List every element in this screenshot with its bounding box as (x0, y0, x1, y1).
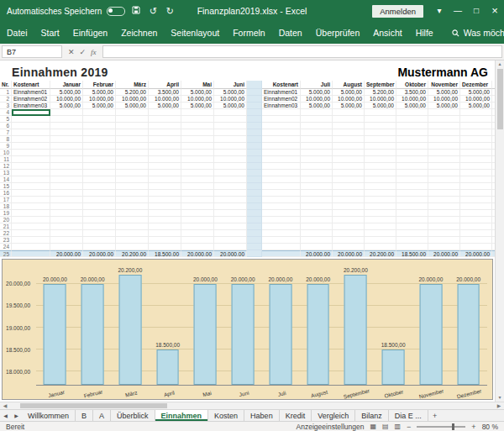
grid-cell[interactable] (365, 217, 396, 223)
grid-cell[interactable] (83, 183, 116, 190)
grid-cell-spacer[interactable] (247, 129, 262, 136)
grid-cell[interactable] (460, 163, 492, 170)
grid-cell[interactable]: 20.000,00 (333, 250, 365, 257)
grid-cell[interactable] (181, 170, 214, 176)
grid-cell[interactable] (116, 150, 149, 156)
grid-cell[interactable] (301, 176, 333, 183)
sheet-tab-willkommen[interactable]: Willkommen (22, 410, 76, 421)
grid-cell[interactable] (365, 183, 396, 190)
grid-cell[interactable] (365, 163, 396, 170)
grid-cell[interactable] (396, 143, 428, 150)
grid-cell[interactable] (116, 210, 149, 217)
grid-cell[interactable] (149, 210, 181, 217)
grid-cell[interactable] (50, 150, 83, 156)
grid-cell[interactable] (149, 123, 181, 129)
grid-cell[interactable] (50, 237, 83, 244)
grid-cell[interactable] (12, 244, 50, 250)
display-settings-button[interactable]: Anzeigeeinstellungen (297, 423, 365, 431)
grid-cell[interactable] (396, 170, 428, 176)
grid-cell[interactable] (396, 163, 428, 170)
chart-bar[interactable] (44, 284, 66, 385)
grid-cell[interactable] (83, 197, 116, 203)
grid-cell[interactable]: Einnahmen01 (12, 89, 50, 96)
grid-cell[interactable]: 20.200,00 (116, 250, 149, 257)
grid-cell[interactable] (214, 129, 247, 136)
grid-cell[interactable] (50, 176, 83, 183)
grid-cell[interactable] (149, 197, 181, 203)
grid-cell[interactable] (333, 143, 365, 150)
normal-view-icon[interactable]: ▦ (370, 423, 376, 430)
grid-cell[interactable] (301, 203, 333, 210)
grid-cell[interactable] (116, 170, 149, 176)
grid-cell[interactable] (460, 210, 492, 217)
grid-cell[interactable] (492, 250, 495, 257)
grid-cell[interactable] (12, 197, 50, 203)
column-header-dezember-15[interactable]: Dezember (460, 81, 492, 89)
grid-cell[interactable] (83, 123, 116, 129)
grid-cell[interactable] (492, 237, 495, 244)
grid-cell[interactable] (333, 210, 365, 217)
grid-cell[interactable] (301, 197, 333, 203)
grid-cell[interactable] (301, 163, 333, 170)
grid-cell[interactable] (365, 197, 396, 203)
grid-cell[interactable] (428, 237, 460, 244)
row-header[interactable]: 24 (0, 244, 12, 250)
grid-cell[interactable] (181, 217, 214, 223)
grid-cell[interactable] (214, 143, 247, 150)
grid-cell[interactable] (50, 109, 83, 116)
grid-cell[interactable] (83, 109, 116, 116)
column-header-juli-10[interactable]: Juli (301, 81, 333, 89)
column-header-empty[interactable] (492, 81, 495, 89)
grid-cell[interactable]: 20.000,00 (428, 250, 460, 257)
grid-cell[interactable] (262, 244, 301, 250)
grid-cell[interactable] (262, 116, 301, 123)
grid-cell[interactable] (83, 156, 116, 163)
grid-cell[interactable] (396, 156, 428, 163)
grid-cell[interactable] (460, 223, 492, 230)
grid-cell-spacer[interactable] (247, 150, 262, 156)
row-header[interactable]: 15 (0, 183, 12, 190)
grid-cell[interactable] (149, 190, 181, 197)
grid-cell[interactable] (333, 230, 365, 237)
grid-cell-spacer[interactable] (247, 190, 262, 197)
chart-bar[interactable] (419, 284, 442, 385)
grid-cell[interactable] (396, 109, 428, 116)
grid-cell[interactable] (50, 210, 83, 217)
grid-cell[interactable]: 10.000,00 (50, 96, 83, 102)
grid-cell[interactable] (262, 190, 301, 197)
row-header[interactable]: 12 (0, 163, 12, 170)
grid-cell[interactable] (333, 150, 365, 156)
grid-cell[interactable] (428, 176, 460, 183)
chart-bar[interactable] (194, 284, 217, 385)
close-icon[interactable]: × (486, 0, 504, 22)
grid-cell[interactable] (428, 129, 460, 136)
sheet-tab-b[interactable]: B (76, 410, 93, 421)
chart-bar[interactable] (344, 275, 367, 385)
grid-cell[interactable] (428, 230, 460, 237)
grid-cell[interactable] (12, 183, 50, 190)
grid-cell[interactable] (214, 156, 247, 163)
grid-cell[interactable]: 20.000,00 (214, 250, 247, 257)
chart-bar[interactable] (118, 275, 141, 385)
row-header[interactable]: 8 (0, 136, 12, 143)
enter-icon[interactable]: ✓ (80, 48, 87, 56)
grid-cell[interactable] (149, 129, 181, 136)
horizontal-scrollbar-thumb[interactable] (20, 403, 167, 408)
grid-cell[interactable] (83, 217, 116, 223)
column-header-august-11[interactable]: August (333, 81, 365, 89)
grid-cell[interactable] (116, 183, 149, 190)
grid-cell[interactable]: 5.000,00 (301, 89, 333, 96)
grid-cell[interactable] (460, 116, 492, 123)
chart-bar[interactable] (307, 284, 329, 385)
grid-cell[interactable] (428, 210, 460, 217)
grid-cell[interactable] (333, 123, 365, 129)
column-header-september-12[interactable]: September (365, 81, 396, 89)
grid-cell[interactable] (116, 136, 149, 143)
grid-cell[interactable] (396, 197, 428, 203)
horizontal-scrollbar[interactable]: ◀ ▶ (0, 402, 504, 409)
grid-cell[interactable] (12, 223, 50, 230)
grid-cell[interactable] (492, 163, 495, 170)
grid-cell[interactable] (460, 109, 492, 116)
row-header[interactable]: 18 (0, 203, 12, 210)
grid-cell[interactable] (396, 230, 428, 237)
